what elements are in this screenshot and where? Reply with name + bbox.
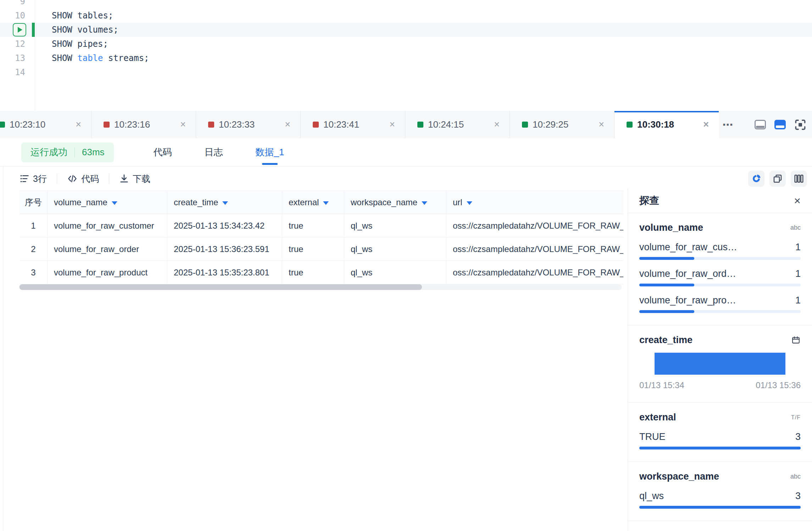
- table-row: 3 volume_for_raw_product 2025-01-13 15:3…: [20, 261, 623, 284]
- query-tab[interactable]: 10:23:10 ×: [0, 111, 91, 138]
- code-line[interactable]: 9: [0, 0, 812, 9]
- close-icon[interactable]: ×: [494, 120, 500, 129]
- cell-index: 3: [20, 261, 48, 284]
- column-header-url[interactable]: url: [446, 191, 623, 214]
- type-boolean-label: T/F: [791, 414, 801, 421]
- code-line[interactable]: 10 SHOW tables;: [0, 9, 812, 23]
- layout-split-button[interactable]: [774, 120, 786, 129]
- maximize-icon: [794, 119, 806, 131]
- line-number: 12: [0, 39, 35, 49]
- time-range-end: 01/13 15:36: [756, 380, 801, 390]
- cell-create-time: 2025-01-13 15:36:23.591: [167, 237, 282, 261]
- code-line[interactable]: 12 SHOW pipes;: [0, 37, 812, 51]
- tab-data[interactable]: 数据_1: [239, 138, 301, 167]
- distribution-bar: [639, 284, 801, 286]
- close-icon[interactable]: ×: [703, 120, 709, 129]
- close-icon[interactable]: ×: [389, 120, 395, 129]
- value-label: TRUE: [639, 431, 666, 442]
- profile-radar-icon: [751, 173, 762, 184]
- value-distribution-item: ql_ws3: [639, 491, 801, 509]
- distribution-bar: [639, 257, 801, 260]
- code-line[interactable]: 14: [0, 65, 812, 79]
- query-tab[interactable]: 10:23:33 ×: [196, 111, 301, 138]
- row-count[interactable]: 3行: [20, 173, 47, 185]
- column-header-create-time[interactable]: create_time: [167, 191, 282, 214]
- close-icon[interactable]: ×: [180, 120, 186, 129]
- value-label: volume_for_raw_cus…: [639, 242, 737, 253]
- columns-icon: [794, 173, 804, 184]
- sort-icon: [467, 201, 472, 205]
- inspector-section-volume-name: volume_name abc volume_for_raw_cus…1 vol…: [628, 213, 812, 325]
- layout-editor-only-button[interactable]: [755, 120, 766, 129]
- toolbar-divider: [57, 173, 57, 184]
- tab-log[interactable]: 日志: [188, 138, 239, 167]
- cell-create-time: 2025-01-13 15:34:23.42: [167, 214, 282, 237]
- column-header-volume-name[interactable]: volume_name: [48, 191, 167, 214]
- cell-create-time: 2025-01-13 15:35:23.801: [167, 261, 282, 284]
- code-line[interactable]: 13 SHOW table streams;: [0, 51, 812, 65]
- horizontal-scrollbar[interactable]: [19, 284, 622, 290]
- value-distribution-item: volume_for_raw_cus…1: [639, 242, 801, 260]
- table-row: 1 volume_for_raw_customer 2025-01-13 15:…: [20, 214, 623, 237]
- scrollbar-thumb[interactable]: [20, 284, 422, 290]
- sort-icon: [112, 201, 117, 205]
- cell-external: true: [282, 214, 344, 237]
- run-status-badge: 运行成功 63ms: [21, 142, 114, 162]
- table-row: 2 volume_for_raw_order 2025-01-13 15:36:…: [20, 237, 623, 261]
- query-tab[interactable]: 10:23:41 ×: [301, 111, 405, 138]
- inspector-section-create-time: create_time 01/13 15:34 01/13 15:36: [628, 325, 812, 403]
- layout-editor-icon: [755, 120, 766, 129]
- copy-button[interactable]: [769, 171, 786, 187]
- play-icon: [18, 27, 22, 33]
- query-tab[interactable]: 10:23:16 ×: [91, 111, 196, 138]
- status-icon: [0, 122, 5, 128]
- run-line-button[interactable]: [13, 23, 26, 37]
- value-count: 1: [795, 242, 801, 253]
- download-button[interactable]: 下载: [119, 173, 150, 185]
- toolbar-divider: [109, 173, 109, 184]
- line-number: 14: [0, 67, 35, 77]
- time-range-start: 01/13 15:34: [639, 380, 684, 390]
- table-toolbar: 3行 代码 下载: [0, 167, 812, 191]
- line-number: 9: [0, 0, 35, 6]
- histogram-bar: [655, 353, 785, 375]
- close-icon[interactable]: ×: [794, 195, 801, 206]
- code-line-current[interactable]: SHOW volumes;: [0, 23, 812, 37]
- section-title: external: [639, 412, 676, 423]
- column-header-index: 序号: [20, 191, 48, 214]
- section-title: create_time: [639, 335, 693, 346]
- inspector-header: 探查 ×: [628, 189, 812, 213]
- column-header-external[interactable]: external: [282, 191, 344, 214]
- type-abc-label: abc: [790, 473, 801, 480]
- run-status-text: 运行成功: [30, 146, 67, 158]
- sort-icon: [222, 201, 228, 205]
- maximize-button[interactable]: [794, 119, 806, 131]
- more-tabs-button[interactable]: ⋯: [722, 118, 734, 131]
- line-number: 10: [0, 11, 35, 21]
- result-table: 序号 volume_name create_time external work…: [20, 191, 623, 284]
- sort-icon: [422, 201, 427, 205]
- layout-split-icon: [774, 120, 786, 129]
- view-code-label: 代码: [81, 173, 99, 185]
- query-tab[interactable]: 10:24:15 ×: [405, 111, 510, 138]
- cell-url: oss://czsampledatahz/VOLUME_FOR_RAW_C: [446, 237, 623, 261]
- query-tab-label: 10:23:41: [323, 119, 389, 130]
- column-header-workspace-name[interactable]: workspace_name: [344, 191, 446, 214]
- columns-button[interactable]: [791, 171, 807, 187]
- view-code-button[interactable]: 代码: [67, 173, 99, 185]
- query-tab-active[interactable]: 10:30:18 ×: [614, 111, 719, 138]
- cell-workspace-name: ql_ws: [344, 237, 446, 261]
- value-distribution-item: volume_for_raw_pro…1: [639, 295, 801, 313]
- tab-code[interactable]: 代码: [137, 138, 188, 167]
- close-icon[interactable]: ×: [285, 120, 290, 129]
- close-icon[interactable]: ×: [76, 120, 81, 129]
- run-duration: 63ms: [82, 147, 105, 158]
- code-text: SHOW volumes;: [35, 25, 118, 35]
- sql-editor[interactable]: 9 10 SHOW tables; SHOW volumes; 12 SHOW …: [0, 0, 812, 111]
- close-icon[interactable]: ×: [599, 120, 604, 129]
- query-tab[interactable]: 10:29:25 ×: [510, 111, 614, 138]
- sort-icon: [323, 201, 329, 205]
- value-count: 3: [795, 491, 801, 502]
- profile-button[interactable]: [748, 171, 764, 187]
- value-label: ql_ws: [639, 491, 664, 502]
